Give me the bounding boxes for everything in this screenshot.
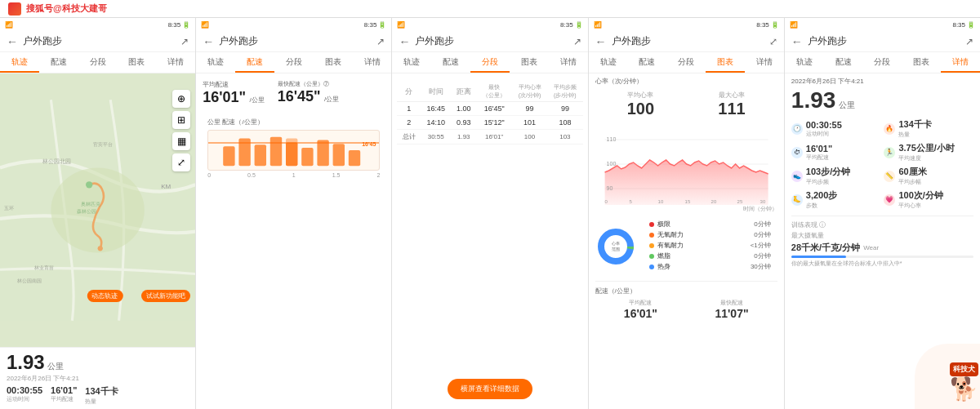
heartrate-val: 100次/分钟 <box>898 189 942 202</box>
tab-chart-1[interactable]: 图表 <box>118 52 157 73</box>
dot-warmup <box>649 265 654 269</box>
stat-avgpace: 16'01" 平均配速 <box>51 385 77 406</box>
share-icon-1[interactable]: ↗ <box>180 36 189 47</box>
svg-rect-12 <box>223 146 234 166</box>
nav-title-3: 户外跑步 <box>415 34 572 48</box>
wear-label: Wear <box>863 244 879 251</box>
svg-point-3 <box>98 246 103 251</box>
seg1-time: 16:45 <box>421 102 451 116</box>
donut-chart: 心率 范围 <box>595 226 636 267</box>
layers2-btn[interactable]: ▦ <box>172 132 190 150</box>
panel-chart: 📶 8:35 🔋 ← 户外跑步 ⤢ 轨迹 配速 分段 图表 详情 心率（次/分钟… <box>589 18 785 409</box>
detail-dist-row: 1.93 公里 <box>785 86 980 115</box>
stat-calories: 134千卡 热量 <box>85 385 118 406</box>
tab-track-3[interactable]: 轨迹 <box>392 52 431 73</box>
svg-point-2 <box>86 181 92 188</box>
seg2-fast: 15'12" <box>476 116 511 130</box>
legend-fatburn: 燃脂 0分钟 <box>649 251 771 260</box>
tab-track-4[interactable]: 轨迹 <box>589 52 628 73</box>
tab-pace-3[interactable]: 配速 <box>431 52 470 73</box>
nav-title-1: 户外跑步 <box>23 34 180 48</box>
tab-bar-4: 轨迹 配速 分段 图表 详情 <box>589 52 784 73</box>
max-pace-value: 16'45" <box>278 88 321 104</box>
tab-pace-2[interactable]: 配速 <box>235 52 274 73</box>
pace-chart-bars: 16'45 <box>207 130 380 171</box>
detail-avgpace: ⏱ 16'01" 平均配速 <box>791 142 881 162</box>
tab-seg-5[interactable]: 分段 <box>863 52 902 73</box>
tab-chart-4[interactable]: 图表 <box>706 52 745 73</box>
legend-fatburn-time: 0分钟 <box>754 251 770 260</box>
tab-seg-3[interactable]: 分段 <box>470 52 510 73</box>
location-btn[interactable]: ⊕ <box>172 90 190 108</box>
tab-chart-3[interactable]: 图表 <box>510 52 549 73</box>
max-pace-4-val: 11'07" <box>715 307 748 320</box>
detail-cadence: 👟 103步/分钟 平均步频 <box>791 166 881 186</box>
ruler-icon: 📏 <box>884 171 895 182</box>
share-icon-5[interactable]: ↗ <box>965 36 973 47</box>
tab-detail-2[interactable]: 详情 <box>353 52 392 73</box>
col-dist: 距离 <box>451 82 476 102</box>
pace-ref-line <box>208 142 379 144</box>
total-time: 30:55 <box>421 130 451 144</box>
svg-rect-19 <box>333 144 345 166</box>
landscape-button[interactable]: 横屏查看详细数据 <box>448 379 532 399</box>
legend-fatburn-label: 燃脂 <box>657 251 670 260</box>
tab-seg-1[interactable]: 分段 <box>78 52 118 73</box>
main-distance-row: 1.93 公里 <box>7 351 189 374</box>
pace-section-4: 配速（/公里） 平均配速 16'01" 最快配速 11'07" <box>589 283 784 323</box>
legend-warmup-time: 30分钟 <box>751 262 771 271</box>
tab-track-1[interactable]: 轨迹 <box>0 52 39 73</box>
avgspeed-lbl: 平均速度 <box>898 154 954 162</box>
heartrate-text: 100次/分钟 平均心率 <box>898 189 942 210</box>
heart-icon: 💗 <box>884 194 895 206</box>
tab-detail-5[interactable]: 详情 <box>941 52 980 73</box>
tab-bar-3: 轨迹 配速 分段 图表 详情 <box>392 52 587 73</box>
battery-time-1: 8:35 <box>168 21 181 29</box>
tab-pace-4[interactable]: 配速 <box>627 52 666 73</box>
back-button-4[interactable]: ← <box>595 35 607 48</box>
tab-detail-4[interactable]: 详情 <box>745 52 784 73</box>
detail-calories: 🔥 134千卡 热量 <box>884 118 973 139</box>
col-time: 时间 <box>421 82 451 102</box>
tab-detail-1[interactable]: 详情 <box>156 52 195 73</box>
expand-icon-4[interactable]: ⤢ <box>769 36 777 47</box>
tab-seg-2[interactable]: 分段 <box>274 52 314 73</box>
tab-chart-2[interactable]: 图表 <box>314 52 353 73</box>
dynamic-badge[interactable]: 动态轨迹 <box>87 290 122 302</box>
map-view[interactable]: 林公园北园 官宾平台 五环 奥林匹克 森林公园 林业育苗 林公园南园 KM ⊕ … <box>0 73 195 347</box>
back-button-2[interactable]: ← <box>203 35 214 48</box>
detail-dist-num: 1.93 <box>791 87 836 113</box>
tab-track-5[interactable]: 轨迹 <box>785 52 824 73</box>
time-3: 8:35 <box>560 21 573 29</box>
tab-seg-4[interactable]: 分段 <box>666 52 706 73</box>
cadence-val: 103步/分钟 <box>806 166 850 178</box>
mascot-dog: 🐕 <box>950 376 978 402</box>
km-axis: 0 0.5 1 1.5 2 <box>207 172 380 178</box>
seg2-hr: 101 <box>512 116 547 130</box>
training-value: 28千米/千克/分钟 <box>791 242 860 254</box>
tab-pace-1[interactable]: 配速 <box>39 52 78 73</box>
svg-text:100: 100 <box>606 161 616 167</box>
seg2-cad: 108 <box>547 116 582 130</box>
detail-avgspeed: 🏃 3.75公里/小时 平均速度 <box>884 142 973 162</box>
duration-text: 00:30:55 运动时间 <box>806 120 842 138</box>
zoom-btn[interactable]: ⤢ <box>172 153 190 171</box>
tab-detail-3[interactable]: 详情 <box>549 52 588 73</box>
share-icon-3[interactable]: ↗ <box>573 36 581 47</box>
tab-chart-5[interactable]: 图表 <box>902 52 941 73</box>
back-button-5[interactable]: ← <box>791 35 803 48</box>
layers-btn[interactable]: ⊞ <box>172 111 190 129</box>
fire-icon: 🔥 <box>884 123 895 135</box>
heartrate-lbl: 平均心率 <box>898 202 942 210</box>
tab-pace-5[interactable]: 配速 <box>824 52 863 73</box>
steps-text: 3,200步 步数 <box>806 189 838 210</box>
svg-text:110: 110 <box>606 136 616 142</box>
try-badge[interactable]: 试试新功能吧 <box>141 290 190 302</box>
tab-track-2[interactable]: 轨迹 <box>196 52 235 73</box>
share-icon-2[interactable]: ↗ <box>376 36 385 47</box>
back-button-3[interactable]: ← <box>399 35 410 48</box>
run-date: 2022年6月26日 下午4:21 <box>7 374 189 383</box>
tab-bar-1: 轨迹 配速 分段 图表 详情 <box>0 52 195 73</box>
back-button-1[interactable]: ← <box>7 35 18 48</box>
donut-svg: 心率 范围 <box>595 226 636 267</box>
